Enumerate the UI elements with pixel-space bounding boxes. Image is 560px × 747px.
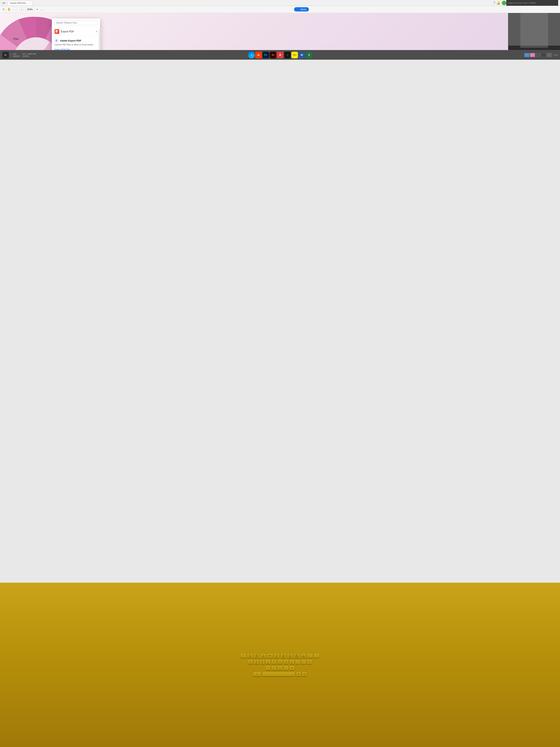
key-volume-up[interactable]: 🔊: [307, 653, 313, 659]
panel-collapse-button[interactable]: ∧: [96, 30, 98, 33]
tab-title: resume 2020 test....: [10, 2, 28, 4]
dock-app-acrobat[interactable]: A: [277, 52, 284, 58]
key-f10[interactable]: 🔇F10: [294, 653, 300, 659]
key-p[interactable]: P: [307, 660, 312, 665]
key-f8[interactable]: ▷||F8: [281, 653, 286, 659]
key-brightness-down[interactable]: ☀: [240, 653, 246, 659]
key-hash[interactable]: #3: [248, 660, 253, 665]
spotify-label: ♫: [286, 53, 289, 57]
tab-area: .pdf resume 2020 test.... ×: [2, 1, 494, 5]
bell-icon[interactable]: 🔔: [497, 1, 500, 5]
pdf-tab-label[interactable]: .pdf: [2, 2, 5, 4]
key-f6[interactable]: F6: [267, 653, 273, 659]
dock-app-bridge[interactable]: Br: [2, 52, 9, 58]
key-t[interactable]: T: [266, 666, 271, 671]
thumbnail-1[interactable]: [524, 53, 529, 57]
key-f11[interactable]: 🔉F11: [300, 653, 306, 659]
excel-label: X: [308, 54, 310, 56]
key-m[interactable]: M: [302, 672, 307, 677]
key-minus[interactable]: -: [295, 660, 300, 665]
bottom-row: ⇧ N M: [253, 672, 307, 677]
zoom-percent: 100%: [554, 54, 558, 56]
dock-thumbnails: [524, 53, 552, 57]
key-8[interactable]: *8: [277, 660, 283, 665]
top-bar: .pdf resume 2020 test.... × ? 🔔 Untitled…: [0, 0, 560, 6]
key-equals[interactable]: =: [301, 660, 306, 665]
x-value: 0.23: [13, 53, 16, 55]
key-f5[interactable]: ☀F5: [260, 653, 266, 659]
adobe-section-label: Adobe Export PDF: [60, 39, 81, 42]
key-y[interactable]: Y: [271, 666, 277, 671]
key-i[interactable]: I: [283, 666, 289, 671]
dock-app-kakao[interactable]: TALK: [291, 52, 298, 58]
key-shift[interactable]: ⇧: [253, 672, 261, 677]
y-value: 8.4631 in: [13, 55, 20, 57]
dock-app-indesign[interactable]: Id: [255, 52, 262, 58]
key-f3[interactable]: 2 0F3: [247, 653, 253, 659]
keyboard: ☀ 2 0F3 ⊞⊞F4 ☀F5 F6 ◁◁F7 ▷||F8 ▷▷F9 🔇F10…: [0, 583, 560, 747]
zoom-in-button[interactable]: +: [20, 7, 24, 11]
dock-app-illustrator[interactable]: Ai: [270, 52, 276, 58]
key-space[interactable]: [262, 672, 295, 677]
share-label: Share: [300, 8, 306, 11]
y-coord-row: Y: 8.4631 in: [10, 55, 20, 57]
svg-text:Plan: Plan: [13, 37, 19, 41]
svg-text:↑: ↑: [57, 32, 58, 33]
dock-app-excel[interactable]: X: [306, 52, 313, 58]
dock-app-word[interactable]: W: [298, 52, 305, 58]
taskbar: Br X: 0.23 Y: 8.4631 in Doc: 1.10M/1.96M…: [0, 50, 560, 60]
zoom-level[interactable]: 254%: [26, 8, 34, 11]
key-6[interactable]: ^6: [266, 660, 271, 665]
kakao-label: TALK: [293, 54, 296, 56]
thumbnail-3[interactable]: [535, 53, 540, 57]
taskbar-apps: Id Ps Ai A ♫ TALK W: [38, 52, 522, 58]
share-button[interactable]: 👤 Share: [294, 7, 309, 11]
thumbnail-4[interactable]: [541, 53, 546, 57]
adobe-section-subtitle: Convert PDF Files to Word or Excel Onlin…: [54, 43, 98, 46]
dropdown-arrow-icon[interactable]: ▼: [36, 8, 38, 10]
key-o[interactable]: O: [289, 666, 294, 671]
zoom-out-button[interactable]: −: [13, 7, 17, 11]
key-f9[interactable]: ▷▷F9: [287, 653, 293, 659]
key-5[interactable]: %5: [260, 660, 265, 665]
key-n[interactable]: N: [296, 672, 301, 677]
toolbar: ↖ ✋ − + 254% ▼ ... 👤 Share: [0, 6, 560, 13]
share-icon: 👤: [297, 8, 300, 11]
taskbar-left: Br X: 0.23 Y: 8.4631 in Doc: 1.10M/1.96M…: [2, 52, 37, 58]
thumbnail-2[interactable]: [530, 53, 535, 57]
key-dollar[interactable]: $4: [254, 660, 259, 665]
function-key-row: ☀ 2 0F3 ⊞⊞F4 ☀F5 F6 ◁◁F7 ▷||F8 ▷▷F9 🔇F10…: [240, 653, 320, 659]
tab-close-button[interactable]: ×: [29, 2, 30, 4]
panel-search-input[interactable]: [54, 20, 98, 25]
cursor-tool[interactable]: ↖: [3, 7, 5, 11]
panel-title: Export PDF: [61, 30, 74, 33]
key-u[interactable]: U: [277, 666, 283, 671]
dock-app-safari[interactable]: [248, 52, 255, 58]
key-7[interactable]: &7: [271, 660, 277, 665]
x-label: X:: [10, 53, 12, 55]
select-pdf-label[interactable]: Select PDF File: [54, 48, 98, 50]
number-key-row: #3 $4 %5 ^6 &7 *8 (9 )0 - = P: [248, 660, 312, 665]
key-plus[interactable]: +: [314, 653, 320, 659]
more-options-button[interactable]: ...: [41, 8, 43, 11]
panel-search-area: [52, 19, 100, 27]
dock-app-spotify[interactable]: ♫: [284, 52, 291, 58]
photoshop-label: Ps: [264, 54, 267, 56]
export-pdf-panel: ↑ Export PDF ∧: [52, 19, 100, 50]
help-icon[interactable]: ?: [494, 1, 495, 5]
key-f7[interactable]: ◁◁F7: [274, 653, 279, 659]
key-9[interactable]: (9: [283, 660, 289, 665]
acrobat-label: A: [279, 53, 281, 57]
key-0[interactable]: )0: [289, 660, 294, 665]
key-f4[interactable]: ⊞⊞F4: [254, 653, 260, 659]
hand-tool[interactable]: ✋: [7, 7, 11, 11]
active-tab[interactable]: resume 2020 test.... ×: [8, 1, 32, 5]
panel-scrollbar[interactable]: [99, 30, 100, 50]
dock-app-photoshop[interactable]: Ps: [262, 52, 269, 58]
content-area: Photoshop Excel WordPres Plan III Salesf…: [0, 13, 560, 50]
doc-info: Doc: 1.10M/1.96M: [22, 53, 36, 55]
thumbnail-5[interactable]: [546, 53, 552, 57]
adobe-section-title: Adobe Export PDF: [54, 38, 98, 43]
top-right-controls: ? 🔔: [494, 1, 506, 5]
indesign-label: Id: [258, 54, 260, 56]
